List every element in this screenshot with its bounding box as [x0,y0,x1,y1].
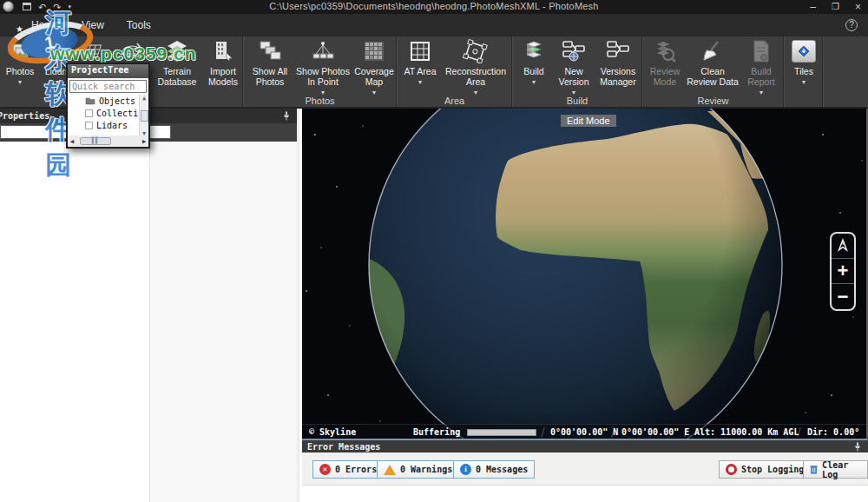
tree-item-lidars[interactable]: Lidars [68,119,148,131]
properties-empty-area [150,142,297,502]
zoom-out-button[interactable]: − [832,284,854,309]
messages-count-button[interactable]: i 0 Messages [453,460,535,479]
clean-review-data-button[interactable]: Clean Review Data [685,38,740,87]
new-version-icon [561,38,587,64]
globe-earth[interactable] [302,109,868,440]
photomesh-window: { "window": { "title": "C:\\Users\\pc035… [0,0,868,502]
folder-icon [85,96,95,105]
tab-tools[interactable]: Tools [127,19,151,31]
show-all-photos-icon [258,38,282,64]
help-icon[interactable]: ? [845,19,858,31]
build-label: Build [523,66,543,76]
dropdown-caret-icon: ▼ [531,79,537,85]
errors-count-button[interactable]: ✕ 0 Errors [312,460,384,479]
photos-button[interactable]: Photos ▼ [2,38,38,85]
scroll-up-icon[interactable]: ▲ [142,95,146,102]
warnings-count-button[interactable]: 0 Warnings [377,460,459,479]
maximize-button[interactable]: ❐ [832,1,839,13]
window-title: C:\Users\pc0359\Documents\heodng\heodng.… [0,1,868,11]
tab-view[interactable]: View [82,19,104,31]
properties-column-divider[interactable] [149,142,150,502]
stop-icon [726,464,737,475]
warning-icon [384,465,396,475]
checkbox-icon[interactable] [85,122,93,129]
navigation-control: N + − [830,232,856,311]
horizontal-scrollbar[interactable]: ◀ ▌▌ ▶ [68,135,148,147]
status-separator [541,427,545,437]
coverage-map-button[interactable]: Coverage Map ▼ [353,38,395,96]
project-tree-panel[interactable]: ProjectTree Objects Collecti Lidars ▲ ▼ … [66,63,150,149]
tree-item-objects[interactable]: Objects [68,95,148,107]
error-icon: ✕ [319,464,331,475]
edit-mode-badge: Edit Mode [561,115,616,127]
zoom-in-button[interactable]: + [832,259,854,284]
group-label-area: Area [398,96,511,106]
ribbon-group-spacer [824,36,868,107]
build-report-button[interactable]: Build Report ▼ [742,38,780,96]
errors-count-label: 0 Errors [335,465,377,474]
show-all-photos-button[interactable]: Show All Photos [247,38,293,87]
latitude-value: 0°00'00.00" N [550,427,618,437]
ribbon-tab-row: Home View Tools ? [0,14,868,36]
reconstruction-area-label: Reconstruction Area [441,66,510,87]
direction-value: Dir: 0.00° [807,427,859,437]
compass-button[interactable]: N [832,234,854,259]
dropdown-caret-icon: ▼ [801,79,807,85]
close-button[interactable]: × [855,1,861,13]
scrollbar-thumb[interactable]: ▌▌ [80,137,111,145]
hidden-ribbon-button-2[interactable] [115,38,151,64]
3d-viewport[interactable]: Edit Mode N + − © Skyline Buffering 0°00… [302,109,868,440]
tilted-grid-icon [81,38,107,64]
photos-label: Photos [6,66,35,76]
project-tree-title[interactable]: ProjectTree [68,64,148,78]
at-area-button[interactable]: AT Area ▼ [401,38,439,85]
tilted-grid-pencil-icon [120,38,146,64]
clear-log-button[interactable]: Clear Log [803,460,868,479]
warnings-count-label: 0 Warnings [400,465,452,474]
checkbox-icon[interactable] [85,109,93,117]
clear-log-label: Clear Log [822,460,861,479]
tree-item-collections[interactable]: Collecti [68,107,148,119]
tiles-button[interactable]: Tiles ▼ [786,38,821,85]
reconstruction-area-button[interactable]: Reconstruction Area ▼ [441,38,510,96]
at-area-label: AT Area [404,66,437,76]
versions-manager-label: Versions Manager [596,66,640,87]
versions-manager-button[interactable]: Versions Manager [596,38,640,87]
lidars-icon [46,38,69,64]
review-mode-icon [653,38,677,64]
ribbon-group-review: Review Mode Clean Review Data Build Repo… [643,36,784,107]
vertical-scrollbar[interactable]: ▲ ▼ [139,95,148,137]
review-mode-button[interactable]: Review Mode [647,38,683,87]
terrain-database-button[interactable]: Terrain Database [153,38,201,87]
error-messages-panel: Error Messages ✕ 0 Errors 0 Warnings i 0… [302,440,868,502]
tab-home[interactable]: Home [31,19,59,31]
build-button[interactable]: Build ▼ [516,38,551,85]
show-all-photos-label: Show All Photos [247,66,293,87]
build-report-label: Build Report [742,66,780,87]
scroll-left-icon[interactable]: ◀ [68,138,76,145]
import-models-button[interactable]: Import Models [203,38,243,87]
dropdown-caret-icon: ▼ [17,79,23,85]
scrollbar-thumb[interactable] [141,110,148,122]
scroll-right-icon[interactable]: ▶ [140,138,148,145]
show-photos-in-point-label: Show Photos In Point [294,66,352,87]
pin-icon[interactable] [283,111,290,121]
new-version-button[interactable]: New Version ▼ [553,38,595,96]
import-models-icon [212,38,234,64]
hidden-ribbon-button-1[interactable] [75,38,113,64]
copyright-label: © Skyline [309,427,356,437]
project-tree-search-input[interactable] [69,80,147,93]
error-panel-header[interactable]: Error Messages [302,440,868,452]
trash-icon [810,464,818,475]
tiles-icon [792,38,816,64]
altitude-value: Alt: 11000.00 Km AGL [694,427,799,437]
buffering-progress-fill [468,430,536,435]
minimize-button[interactable]: – [810,1,816,13]
stop-logging-button[interactable]: Stop Logging [719,460,811,479]
group-label-build: Build [513,96,641,106]
title-bar: ↶ ↷ ▾ C:\Users\pc0359\Documents\heodng\h… [0,0,868,14]
pin-icon[interactable] [854,442,861,452]
terrain-database-label: Terrain Database [153,66,201,87]
show-photos-in-point-button[interactable]: Show Photos In Point ▼ [294,38,352,96]
svg-text:N: N [841,241,845,246]
